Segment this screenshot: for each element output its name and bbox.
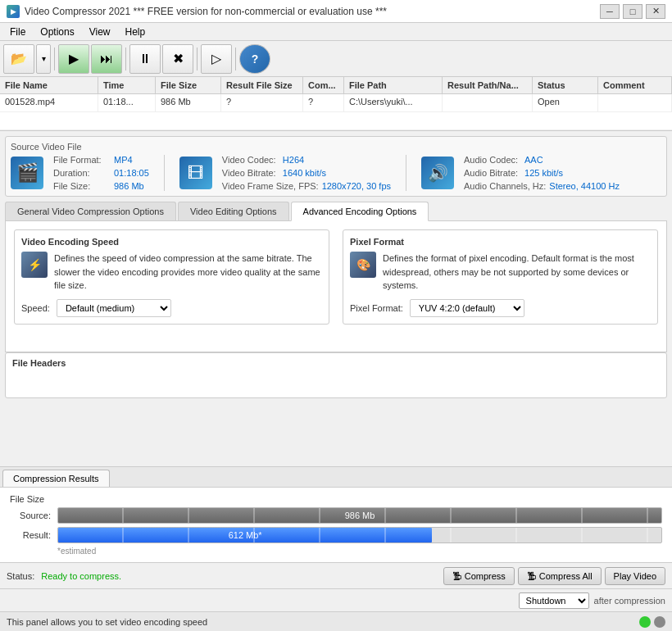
col-header-comment: Comment xyxy=(598,77,672,93)
pause-button[interactable]: ⏸ xyxy=(129,44,161,74)
tab-advanced[interactable]: Advanced Encoding Options xyxy=(291,202,429,221)
compress-all-action-button[interactable]: 🗜 Compress All xyxy=(518,567,602,585)
acodec-label: Audio Codec: xyxy=(464,155,521,165)
filesize-label: File Size: xyxy=(53,181,111,191)
video-encoding-content: ⚡ Defines the speed of video compression… xyxy=(21,252,322,293)
result-bar-label: Result: xyxy=(10,530,51,540)
video-codec-row: Video Codec: H264 xyxy=(222,155,391,165)
col-header-rpath: Result Path/Na... xyxy=(443,77,533,93)
abitrate-label: Audio Bitrate: xyxy=(464,168,521,178)
cell-status: Open xyxy=(533,94,598,111)
vframe-label: Video Frame Size, FPS: xyxy=(222,181,319,191)
help-button[interactable]: ? xyxy=(239,44,270,74)
source-video-icon: 🎬 xyxy=(11,157,43,189)
compression-results-tab[interactable]: Compression Results xyxy=(2,470,110,487)
speed-select[interactable]: Default (medium) Slow Fast Very Fast Ult… xyxy=(57,299,171,317)
audio-bitrate-row: Audio Bitrate: 125 kbit/s xyxy=(464,168,620,178)
filesize-value: 986 Mb xyxy=(114,181,144,191)
cell-filename: 001528.mp4 xyxy=(0,94,98,111)
cell-comment xyxy=(598,94,672,111)
pixel-select[interactable]: YUV 4:2:0 (default) YUV 4:2:2 YUV 4:4:4 xyxy=(410,299,524,317)
menu-help[interactable]: Help xyxy=(119,25,152,39)
shutdown-select[interactable]: Shutdown Hibernate Sleep Do Nothing xyxy=(519,592,589,609)
status-buttons: 🗜 Compress 🗜 Compress All Play Video xyxy=(443,567,665,585)
play-video-action-button[interactable]: Play Video xyxy=(605,567,665,585)
status-dots xyxy=(639,616,665,628)
divider-v2 xyxy=(406,155,406,191)
open-dropdown-button[interactable]: ▾ xyxy=(36,44,51,74)
source-filesize-row: File Size: 986 Mb xyxy=(53,181,149,191)
divider-v1 xyxy=(164,155,165,191)
video-encoding-desc: Defines the speed of video compression a… xyxy=(54,252,322,293)
dot-gray xyxy=(654,616,665,628)
duration-label: Duration: xyxy=(53,168,111,178)
play-button[interactable]: ▷ xyxy=(201,44,232,74)
compress-all-btn-icon: 🗜 xyxy=(527,571,536,581)
window-controls: ─ □ ✕ xyxy=(600,4,665,19)
compress-action-button[interactable]: 🗜 Compress xyxy=(443,567,515,585)
status-value: Ready to compress. xyxy=(41,571,121,581)
table-row[interactable]: 001528.mp4 01:18... 986 Mb ? ? C:\Users\… xyxy=(0,94,672,112)
vbitrate-label: Video Bitrate: xyxy=(222,168,279,178)
result-bar-value: 612 Mb* xyxy=(229,530,262,540)
video-frame-row: Video Frame Size, FPS: 1280x720, 30 fps xyxy=(222,181,391,191)
source-audio-fields: Audio Codec: AAC Audio Bitrate: 125 kbit… xyxy=(464,155,620,191)
compress-all-btn-label: Compress All xyxy=(539,571,593,581)
col-header-status: Status xyxy=(533,77,598,93)
source-info: 🎬 File Format: MP4 Duration: 01:18:05 Fi… xyxy=(11,155,661,191)
pixel-format-title: Pixel Format xyxy=(350,237,651,247)
pixel-format-icon: 🎨 xyxy=(350,252,376,278)
col-header-size: File Size xyxy=(156,77,221,93)
source-video-fields: File Format: MP4 Duration: 01:18:05 File… xyxy=(53,155,149,191)
duration-value: 01:18:05 xyxy=(114,168,149,178)
pixel-format-section: Pixel Format 🎨 Defines the format of pix… xyxy=(343,229,658,325)
toolbar-separator-3 xyxy=(197,48,198,70)
vbitrate-value: 1640 kbit/s xyxy=(283,168,326,178)
play-video-btn-label: Play Video xyxy=(614,571,656,581)
status-bar: Status: Ready to compress. 🗜 Compress 🗜 … xyxy=(0,562,672,588)
toolbar-separator-2 xyxy=(125,48,126,70)
minimize-button[interactable]: ─ xyxy=(600,4,620,19)
pixel-label: Pixel Format: xyxy=(350,303,403,313)
source-bar-row: Source: 986 Mb xyxy=(10,507,662,524)
cell-size: 986 Mb xyxy=(156,94,221,111)
compress-btn-icon: 🗜 xyxy=(452,571,461,581)
stop-button[interactable]: ✖ xyxy=(162,44,193,74)
format-value: MP4 xyxy=(114,155,133,165)
menu-options[interactable]: Options xyxy=(34,25,80,39)
col-header-path: File Path xyxy=(344,77,443,93)
video-encoding-section: Video Encoding Speed ⚡ Defines the speed… xyxy=(14,229,329,325)
menu-bar: File Options View Help xyxy=(0,23,672,41)
advanced-two-col: Video Encoding Speed ⚡ Defines the speed… xyxy=(14,229,658,325)
result-bar: 612 Mb* xyxy=(58,528,432,542)
source-panel: Source Video File 🎬 File Format: MP4 Dur… xyxy=(5,136,667,197)
file-list-header: File Name Time File Size Result File Siz… xyxy=(0,77,672,94)
table-row-empty xyxy=(0,112,672,130)
menu-file[interactable]: File xyxy=(3,25,32,39)
acodec-value: AAC xyxy=(524,155,543,165)
vframe-value: 1280x720, 30 fps xyxy=(322,181,391,191)
tab-editing[interactable]: Video Editing Options xyxy=(178,202,289,220)
compress-all-button[interactable]: ⏭ xyxy=(91,44,122,74)
close-button[interactable]: ✕ xyxy=(646,4,665,19)
dot-green xyxy=(639,616,651,628)
tab-general[interactable]: General Video Compression Options xyxy=(5,202,176,220)
source-bar-container: 986 Mb xyxy=(57,507,662,524)
audio-codec-row: Audio Codec: AAC xyxy=(464,155,620,165)
toolbar-separator-4 xyxy=(235,48,236,70)
toolbar-separator-1 xyxy=(54,48,55,70)
status-label: Status: xyxy=(7,571,34,581)
video-encoding-icon: ⚡ xyxy=(21,252,48,278)
source-bar-value: 986 Mb xyxy=(345,511,375,520)
source-duration-row: Duration: 01:18:05 xyxy=(53,168,149,178)
menu-view[interactable]: View xyxy=(83,25,117,39)
tab-content-advanced: Video Encoding Speed ⚡ Defines the speed… xyxy=(5,221,667,352)
pixel-row: Pixel Format: YUV 4:2:0 (default) YUV 4:… xyxy=(350,299,651,317)
maximize-button[interactable]: □ xyxy=(623,4,642,19)
compress-button[interactable]: ▶ xyxy=(58,44,89,74)
result-bar-container: 612 Mb* xyxy=(57,527,662,543)
open-button[interactable]: 📂 xyxy=(3,44,34,74)
toolbar: 📂 ▾ ▶ ⏭ ⏸ ✖ ▷ ? xyxy=(0,41,672,77)
title-bar-left: ▶ Video Compressor 2021 *** FREE version… xyxy=(7,5,387,18)
estimated-note: *estimated xyxy=(57,547,662,556)
